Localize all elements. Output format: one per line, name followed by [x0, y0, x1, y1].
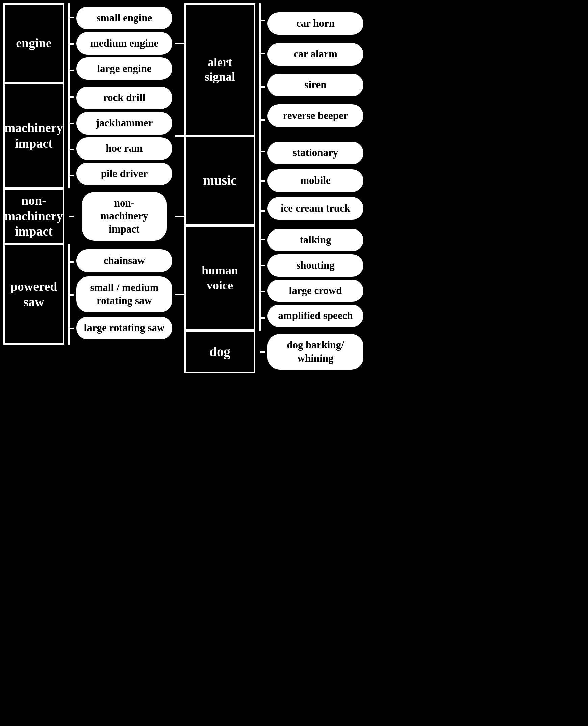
connector-engine-h: [64, 3, 74, 83]
pill-small-medium-rotating-saw: small / medium rotating saw: [76, 277, 172, 312]
pill-car-horn: car horn: [268, 12, 363, 35]
non-machinery-impact-pills: non-machineryimpact: [74, 188, 175, 244]
pill-chainsaw: chainsaw: [76, 249, 172, 272]
pill-reverse-beeper: reverse beeper: [268, 104, 363, 127]
diagram-container: engine small engine medium engine large …: [0, 0, 588, 726]
pill-pile-driver: pile driver: [76, 163, 172, 185]
main-diagram: engine small engine medium engine large …: [3, 3, 584, 373]
pill-car-alarm: car alarm: [268, 43, 363, 65]
alert-signal-pills: car horn car alarm siren reverse beeper: [265, 3, 366, 136]
parent-human-voice: humanvoice: [184, 225, 255, 330]
pill-large-rotating-saw: large rotating saw: [76, 317, 172, 339]
connector-non-machinery-h: [64, 188, 74, 244]
connector-dog-h: [255, 330, 265, 373]
connector-music-h: [255, 136, 265, 225]
pill-amplified-speech: amplified speech: [268, 304, 363, 327]
connector-alert-signal-h: [255, 3, 265, 136]
category-powered-saw: powered saw: [3, 244, 64, 345]
powered-saw-pills: chainsaw small / medium rotating saw lar…: [74, 244, 175, 345]
pill-stationary: stationary: [268, 142, 363, 164]
machinery-impact-pills: rock drill jackhammer hoe ram pile drive…: [74, 83, 175, 188]
parent-music: music: [184, 136, 255, 225]
pill-large-engine: large engine: [76, 58, 172, 80]
pill-small-engine: small engine: [76, 7, 172, 29]
pill-medium-engine: medium engine: [76, 32, 172, 55]
connector-powered-saw-to-dog: [175, 244, 184, 345]
category-engine: engine: [3, 3, 64, 83]
human-voice-pills: talking shouting large crowd amplified s…: [265, 225, 366, 330]
pill-dog-barking: dog barking/ whining: [268, 334, 363, 370]
connector-machinery-to-music: [175, 83, 184, 188]
pill-shouting: shouting: [268, 254, 363, 277]
connector-human-voice-h: [255, 225, 265, 330]
parent-alert-signal: alertsignal: [184, 3, 255, 136]
pill-ice-cream-truck: ice cream truck: [268, 197, 363, 220]
pill-talking: talking: [268, 229, 363, 251]
pill-siren: siren: [268, 74, 363, 96]
pill-large-crowd: large crowd: [268, 280, 363, 302]
pill-rock-drill: rock drill: [76, 86, 172, 109]
pill-hoe-ram: hoe ram: [76, 137, 172, 160]
connector-powered-saw-h: [64, 244, 74, 345]
connector-machinery-h: [64, 83, 74, 188]
engine-pills: small engine medium engine large engine: [74, 3, 175, 83]
music-pills: stationary mobile ice cream truck: [265, 136, 366, 225]
dog-pills: dog barking/ whining: [265, 330, 366, 373]
parent-dog: dog: [184, 330, 255, 373]
pill-non-machinery-impact: non-machineryimpact: [82, 192, 167, 241]
pill-jackhammer: jackhammer: [76, 112, 172, 135]
connector-engine-to-alert: [175, 3, 184, 83]
category-machinery-impact: machinery impact: [3, 83, 64, 188]
connector-non-machinery-to-human: [175, 188, 184, 244]
category-non-machinery-impact: non-machineryimpact: [3, 188, 64, 244]
pill-mobile: mobile: [268, 169, 363, 192]
